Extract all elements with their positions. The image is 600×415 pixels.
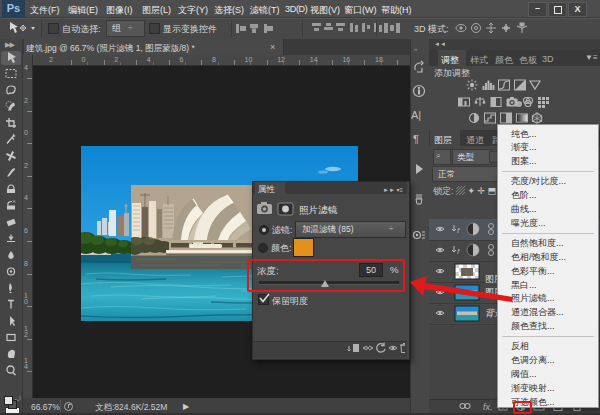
svg-text:fx.: fx. xyxy=(483,402,493,412)
svg-text:f: f xyxy=(457,226,460,235)
svg-text:¶: ¶ xyxy=(413,133,419,145)
svg-text:f: f xyxy=(457,247,460,256)
svg-text:»: » xyxy=(414,46,418,52)
svg-text:A|: A| xyxy=(411,109,421,121)
